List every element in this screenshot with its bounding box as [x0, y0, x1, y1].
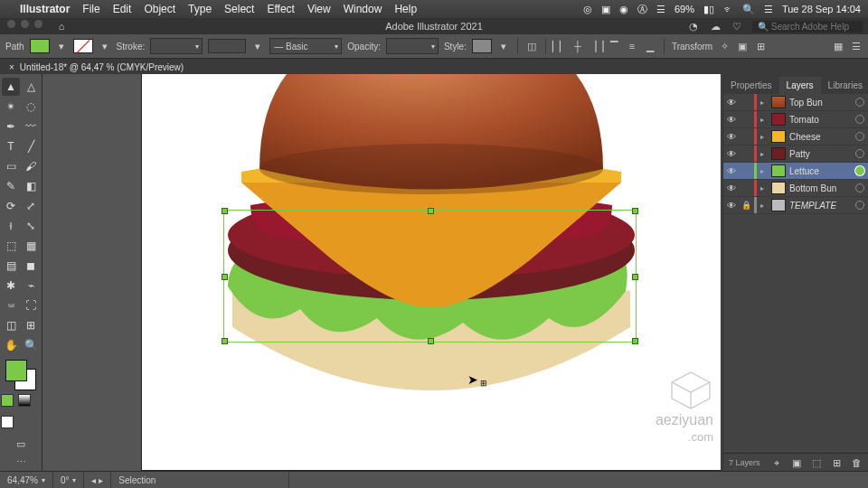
color-mode-fill[interactable]	[1, 394, 14, 407]
align-top-icon[interactable]: ▔	[608, 40, 620, 52]
stroke-profile-dropdown[interactable]: — Basic	[269, 38, 342, 54]
status-icon[interactable]: Ⓐ	[637, 3, 647, 16]
status-icon[interactable]: ▣	[601, 4, 610, 15]
visibility-toggle[interactable]: 👁	[727, 183, 738, 193]
expand-icon[interactable]: ▸	[760, 184, 768, 192]
align-menu-icon[interactable]: ◫	[525, 40, 538, 52]
canvas[interactable]: aeziyuan .com ➤⊞	[42, 74, 722, 472]
brush-definition[interactable]	[208, 39, 246, 53]
tool-rotate[interactable]: ⟳	[2, 197, 20, 215]
align-hcenter-icon[interactable]: ┼	[571, 40, 584, 52]
tool-blend[interactable]: ⌁	[22, 277, 40, 295]
layer-name[interactable]: TEMPLATE	[789, 201, 836, 211]
tool-eraser[interactable]: ◧	[22, 177, 40, 195]
tool-rectangle[interactable]: ▭	[2, 157, 20, 175]
tool-scale[interactable]: ⤢	[22, 197, 40, 215]
target-icon[interactable]	[855, 98, 864, 107]
tool-eyedropper[interactable]: ✱	[2, 277, 20, 295]
expand-icon[interactable]: ▸	[760, 202, 768, 210]
document-tab[interactable]: Untitled-18* @ 64,47 % (CMYK/Preview)	[20, 62, 184, 72]
new-sublayer-icon[interactable]: ⬚	[810, 456, 823, 469]
expand-icon[interactable]: ▸	[760, 99, 768, 107]
tool-width[interactable]: ⫲	[2, 217, 20, 235]
visibility-toggle[interactable]: 👁	[727, 201, 738, 211]
align-right-icon[interactable]: ▕▕	[590, 40, 602, 52]
layer-name[interactable]: Cheese	[789, 132, 820, 142]
help-search[interactable]: 🔍 Search Adobe Help	[752, 21, 863, 33]
close-tab-icon[interactable]: ×	[9, 62, 14, 72]
new-layer-icon[interactable]: ⊞	[830, 456, 843, 469]
battery-icon[interactable]: ▮▯	[703, 4, 714, 15]
tool-mesh[interactable]: ▤	[2, 257, 20, 275]
zoom-level[interactable]: 64,47% ▾	[0, 472, 53, 488]
layer-row[interactable]: 👁▸Tomato	[723, 111, 868, 128]
user-icon[interactable]: ◔	[687, 20, 700, 33]
expand-icon[interactable]: ▸	[760, 133, 768, 141]
traffic-max[interactable]	[34, 20, 42, 28]
rotate-view[interactable]: 0° ▾	[53, 472, 85, 488]
visibility-toggle[interactable]: 👁	[727, 115, 738, 125]
target-icon[interactable]	[855, 201, 864, 210]
tool-symbol-sprayer[interactable]: ⎃	[2, 296, 20, 314]
locate-object-icon[interactable]: ⌖	[770, 456, 783, 469]
tool-column-graph[interactable]: ⛶	[22, 296, 40, 314]
artboard-nav[interactable]: ◂ ▸	[84, 472, 111, 488]
tool-artboard[interactable]: ◫	[2, 316, 20, 334]
menu-file[interactable]: File	[82, 3, 99, 15]
target-icon[interactable]	[855, 115, 864, 124]
tool-hand[interactable]: ✋	[2, 336, 20, 354]
opacity-dropdown[interactable]	[386, 38, 439, 54]
expand-icon[interactable]: ▸	[760, 167, 768, 175]
isolate-icon[interactable]: ✧	[718, 40, 731, 52]
home-icon[interactable]: ⌂	[55, 20, 68, 33]
app-menu[interactable]: Illustrator	[20, 3, 70, 15]
visibility-toggle[interactable]: 👁	[727, 98, 738, 108]
align-bottom-icon[interactable]: ▁	[644, 40, 656, 52]
layer-row[interactable]: 👁▸Cheese	[723, 128, 868, 145]
edit-clip-icon[interactable]: ▣	[736, 40, 749, 52]
menu-type[interactable]: Type	[188, 3, 212, 15]
layer-row[interactable]: 👁🔒▸TEMPLATE	[723, 197, 868, 214]
layer-name[interactable]: Bottom Bun	[789, 183, 836, 193]
tool-free-transform[interactable]: ⤡	[22, 217, 40, 235]
tool-lasso[interactable]: ◌	[22, 98, 40, 116]
artboard[interactable]	[142, 74, 721, 470]
arrange-docs-icon[interactable]: ▦	[832, 40, 844, 52]
color-mode-none[interactable]	[1, 416, 14, 428]
tool-perspective[interactable]: ▦	[22, 237, 40, 255]
snap-pixel-icon[interactable]: ⊞	[754, 40, 767, 52]
tool-line[interactable]: ╱	[22, 137, 40, 155]
menu-help[interactable]: Help	[394, 3, 417, 15]
menu-window[interactable]: Window	[344, 3, 382, 15]
tool-paintbrush[interactable]: 🖌	[22, 157, 40, 175]
tool-type[interactable]: T	[2, 137, 20, 155]
delete-layer-icon[interactable]: 🗑	[850, 456, 863, 469]
stroke-swatch[interactable]	[73, 39, 93, 53]
menu-effect[interactable]: Effect	[267, 3, 294, 15]
fill-stroke-control[interactable]	[5, 360, 36, 390]
target-icon[interactable]	[855, 132, 864, 141]
fill-swatch[interactable]	[30, 39, 50, 53]
menu-edit[interactable]: Edit	[113, 3, 132, 15]
menu-view[interactable]: View	[307, 3, 331, 15]
clock[interactable]: Tue 28 Sep 14:04	[782, 4, 861, 14]
prefs-icon[interactable]: ☰	[850, 40, 863, 52]
target-icon[interactable]	[855, 149, 864, 158]
tool-curvature[interactable]: 〰	[22, 117, 40, 136]
tool-magic-wand[interactable]: ✴	[2, 98, 20, 116]
bell-icon[interactable]: ♡	[731, 20, 743, 33]
layer-row[interactable]: 👁▸Bottom Bun	[723, 180, 868, 197]
status-icon[interactable]: ◉	[619, 4, 628, 15]
tool-shaper[interactable]: ✎	[2, 177, 20, 195]
lock-toggle[interactable]: 🔒	[741, 201, 750, 210]
menu-object[interactable]: Object	[144, 3, 175, 15]
stroke-weight-dropdown[interactable]	[150, 38, 203, 54]
layer-row[interactable]: 👁▸Lettuce	[723, 163, 868, 180]
target-icon[interactable]	[855, 166, 864, 175]
tool-slice[interactable]: ⊞	[22, 316, 40, 334]
visibility-toggle[interactable]: 👁	[727, 149, 738, 159]
tool-gradient[interactable]: ◼	[22, 257, 40, 275]
spotlight-icon[interactable]: 🔍	[742, 4, 755, 15]
align-vcenter-icon[interactable]: ≡	[626, 40, 638, 52]
layer-name[interactable]: Top Bun	[789, 98, 823, 108]
